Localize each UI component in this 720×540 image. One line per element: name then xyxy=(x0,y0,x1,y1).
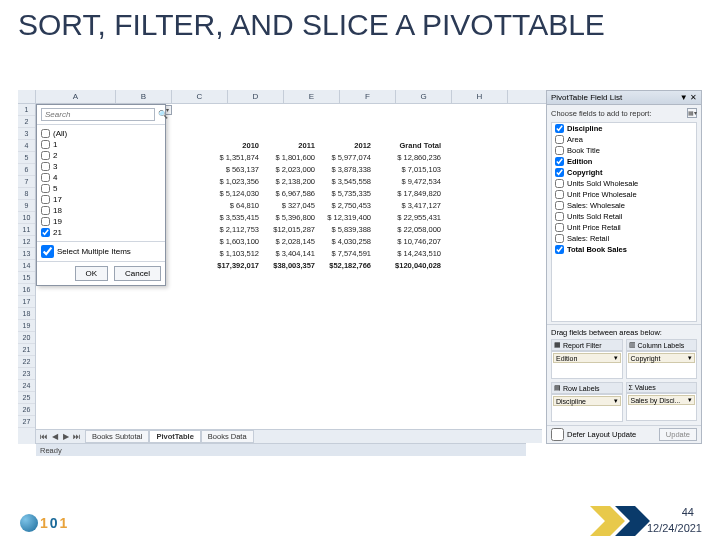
year-header[interactable]: 2011 xyxy=(262,140,318,152)
data-cell[interactable]: $ 3,417,127 xyxy=(374,200,444,212)
year-header[interactable]: 2010 xyxy=(206,140,262,152)
tab-books-subtotal[interactable]: Books Subtotal xyxy=(85,430,149,443)
field-item[interactable]: Area xyxy=(552,134,696,145)
tab-books-data[interactable]: Books Data xyxy=(201,430,254,443)
field-item[interactable]: Sales: Wholesale xyxy=(552,200,696,211)
field-checkbox[interactable] xyxy=(555,168,564,177)
data-cell[interactable]: $ 5,735,335 xyxy=(318,188,374,200)
data-cell[interactable]: $38,003,357 xyxy=(262,260,318,272)
area-row-labels[interactable]: Discipline▾ xyxy=(551,394,623,422)
row-header[interactable]: 27 xyxy=(18,416,35,428)
data-cell[interactable]: $ 1,801,600 xyxy=(262,152,318,164)
field-checkbox[interactable] xyxy=(555,212,564,221)
field-item[interactable]: Units Sold Wholesale xyxy=(552,178,696,189)
filter-item-checkbox[interactable] xyxy=(41,140,50,149)
data-cell[interactable]: $ 1,351,874 xyxy=(206,152,262,164)
pill-sales[interactable]: Sales by Disci...▾ xyxy=(628,395,696,405)
row-header[interactable]: 21 xyxy=(18,344,35,356)
field-item[interactable]: Unit Price Retail xyxy=(552,222,696,233)
data-cell[interactable]: $ 3,545,558 xyxy=(318,176,374,188)
update-button[interactable]: Update xyxy=(659,428,697,441)
row-header[interactable]: 24 xyxy=(18,380,35,392)
year-header[interactable]: 2012 xyxy=(318,140,374,152)
row-header[interactable]: 18 xyxy=(18,308,35,320)
filter-item-checkbox[interactable] xyxy=(41,228,50,237)
select-all-corner[interactable] xyxy=(18,90,36,103)
tab-nav[interactable]: ⏮◀▶⏭ xyxy=(36,432,85,441)
data-cell[interactable]: $ 3,878,338 xyxy=(318,164,374,176)
filter-item[interactable]: 1 xyxy=(41,139,161,150)
row-header[interactable]: 9 xyxy=(18,200,35,212)
area-values[interactable]: Sales by Disci...▾ xyxy=(626,393,698,421)
field-checkbox[interactable] xyxy=(555,179,564,188)
col-header-b[interactable]: B xyxy=(116,90,172,103)
area-report-filter[interactable]: Edition▾ xyxy=(551,351,623,379)
field-checkbox[interactable] xyxy=(555,124,564,133)
field-checkbox[interactable] xyxy=(555,234,564,243)
filter-item[interactable]: (All) xyxy=(41,128,161,139)
col-header-f[interactable]: F xyxy=(340,90,396,103)
col-header-h[interactable]: H xyxy=(452,90,508,103)
data-cell[interactable]: $ 327,045 xyxy=(262,200,318,212)
select-multiple-checkbox[interactable] xyxy=(41,245,54,258)
data-cell[interactable]: $ 3,404,141 xyxy=(262,248,318,260)
data-cell[interactable]: $12,015,287 xyxy=(262,224,318,236)
cancel-button[interactable]: Cancel xyxy=(114,266,161,281)
data-cell[interactable]: $ 2,112,753 xyxy=(206,224,262,236)
filter-item[interactable]: 3 xyxy=(41,161,161,172)
row-header[interactable]: 25 xyxy=(18,392,35,404)
field-checkbox[interactable] xyxy=(555,146,564,155)
row-header[interactable]: 8 xyxy=(18,188,35,200)
filter-item[interactable]: 4 xyxy=(41,172,161,183)
row-header[interactable]: 12 xyxy=(18,236,35,248)
row-header[interactable]: 4 xyxy=(18,140,35,152)
pill-edition[interactable]: Edition▾ xyxy=(553,353,621,363)
filter-item-checkbox[interactable] xyxy=(41,195,50,204)
field-checkbox[interactable] xyxy=(555,157,564,166)
data-cell[interactable]: $17,392,017 xyxy=(206,260,262,272)
row-header[interactable]: 22 xyxy=(18,356,35,368)
row-header[interactable]: 19 xyxy=(18,320,35,332)
data-cell[interactable]: $ 7,574,591 xyxy=(318,248,374,260)
field-item[interactable]: Book Title xyxy=(552,145,696,156)
data-cell[interactable]: $52,182,766 xyxy=(318,260,374,272)
filter-item-checkbox[interactable] xyxy=(41,151,50,160)
data-cell[interactable]: $ 17,849,820 xyxy=(374,188,444,200)
ok-button[interactable]: OK xyxy=(75,266,109,281)
layout-options-icon[interactable]: ▦▾ xyxy=(687,108,697,118)
field-item[interactable]: Units Sold Retail xyxy=(552,211,696,222)
close-icon[interactable]: ▼ ✕ xyxy=(680,93,697,102)
field-checkbox[interactable] xyxy=(555,245,564,254)
search-input[interactable] xyxy=(41,108,155,121)
filter-item[interactable]: 18 xyxy=(41,205,161,216)
col-header-g[interactable]: G xyxy=(396,90,452,103)
data-cell[interactable]: $ 9,472,534 xyxy=(374,176,444,188)
data-cell[interactable]: $ 5,124,030 xyxy=(206,188,262,200)
area-column-labels[interactable]: Copyright▾ xyxy=(626,351,698,379)
filter-item-checkbox[interactable] xyxy=(41,129,50,138)
row-header[interactable]: 6 xyxy=(18,164,35,176)
filter-item[interactable]: 19 xyxy=(41,216,161,227)
data-cell[interactable]: $ 12,860,236 xyxy=(374,152,444,164)
col-header-c[interactable]: C xyxy=(172,90,228,103)
field-item[interactable]: Discipline xyxy=(552,123,696,134)
row-header[interactable]: 11 xyxy=(18,224,35,236)
field-item[interactable]: Unit Price Wholesale xyxy=(552,189,696,200)
data-cell[interactable]: $ 64,810 xyxy=(206,200,262,212)
data-cell[interactable]: $ 1,023,356 xyxy=(206,176,262,188)
field-item[interactable]: Total Book Sales xyxy=(552,244,696,255)
data-cell[interactable]: $ 3,535,415 xyxy=(206,212,262,224)
filter-item-checkbox[interactable] xyxy=(41,206,50,215)
year-header[interactable]: Grand Total xyxy=(374,140,444,152)
defer-checkbox[interactable] xyxy=(551,428,564,441)
data-cell[interactable]: $ 4,030,258 xyxy=(318,236,374,248)
data-cell[interactable]: $ 1,603,100 xyxy=(206,236,262,248)
data-cell[interactable]: $ 2,028,145 xyxy=(262,236,318,248)
row-header[interactable]: 13 xyxy=(18,248,35,260)
data-cell[interactable]: $ 5,977,074 xyxy=(318,152,374,164)
filter-item-checkbox[interactable] xyxy=(41,217,50,226)
data-cell[interactable]: $ 563,137 xyxy=(206,164,262,176)
field-item[interactable]: Copyright xyxy=(552,167,696,178)
data-cell[interactable]: $ 1,103,512 xyxy=(206,248,262,260)
row-header[interactable]: 20 xyxy=(18,332,35,344)
